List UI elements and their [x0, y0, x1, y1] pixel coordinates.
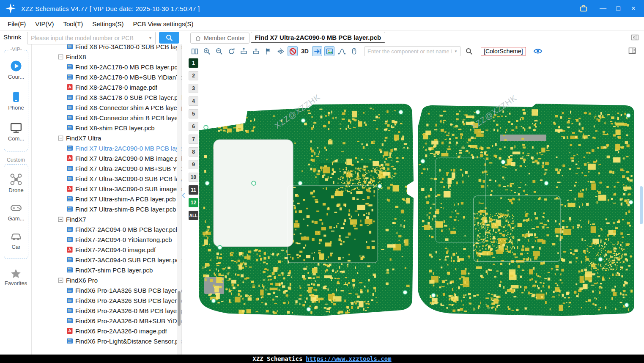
- tree-group-findx8[interactable]: FindX8: [32, 52, 181, 62]
- tree-scrollbar-thumb[interactable]: [178, 291, 181, 326]
- menu-item-file-f[interactable]: File(F): [8, 20, 26, 28]
- tree-item-find-x8-3ac178-0-sub-pcb-layer-pcb[interactable]: Find X8-3AC178-0 SUB PCB layer.pcb: [32, 92, 181, 102]
- tree-item-findx7-2ac094-0-mb-pcb-layer-pcb[interactable]: FindX7-2AC094-0 MB PCB layer.pcb: [32, 224, 181, 234]
- component-search-dropdown-caret[interactable]: ▼: [451, 50, 460, 53]
- sidebar-item-cour[interactable]: Cour...: [8, 60, 24, 80]
- tree-item-findx6-pro-1aa326-sub-pcb-layer-pcb[interactable]: FindX6 Pro-1AA326 SUB PCB layer.pcb: [32, 285, 181, 295]
- tree-item-findx6-pro-2aa326-0-mb-sub-yidiantong-pcb[interactable]: FindX6 Pro-2AA326-0 MB+SUB YiDianTong.pc…: [32, 316, 181, 326]
- page-layout-icon[interactable]: [189, 46, 200, 56]
- pan-arrow-icon[interactable]: [312, 46, 322, 56]
- collapse-panel-arrow-icon[interactable]: [182, 189, 187, 202]
- model-search-button[interactable]: [159, 32, 179, 44]
- curve-tool-icon[interactable]: [337, 46, 347, 56]
- menu-item-settings-s[interactable]: Settings(S): [92, 20, 123, 28]
- close-button[interactable]: ×: [629, 5, 638, 12]
- tree-item-find-x8-2ac178-0-mb-sub-yidiantong-pcb[interactable]: Find X8-2AC178-0 MB+SUB YiDianTong.pcb: [32, 72, 181, 82]
- sidebar-item-phone[interactable]: Phone: [8, 91, 24, 111]
- tree-item-findx6-pro-2aa326-0-image-pdf[interactable]: FindX6 Pro-2AA326-0 image.pdf: [32, 326, 181, 336]
- tree-item-find-x7-ultra-3ac090-0-sub-pcb-layer-pcb[interactable]: Find X7 Ultra-3AC090-0 SUB PCB layer.pcb: [32, 173, 181, 184]
- tree-item-find-x7-ultra-shim-b-pcb-layer-pcb[interactable]: Find X7 Ultra-shim-B PCB layer.pcb: [32, 204, 181, 214]
- tree-group-findx6-pro[interactable]: FindX6 Pro: [32, 275, 181, 285]
- tree-item-find-x7-ultra-2ac090-0-mb-image-pdf[interactable]: Find X7 Ultra-2AC090-0 MB image.pdf: [32, 153, 181, 163]
- status-link[interactable]: https://www.xzztools.com: [306, 355, 391, 362]
- pcb-file-icon: [66, 63, 73, 70]
- sidebar-item-com[interactable]: Com...: [8, 121, 24, 142]
- pcb-file-icon: [66, 74, 73, 80]
- model-search-input[interactable]: [27, 35, 145, 41]
- hide-net-icon: [289, 47, 297, 55]
- tree-group-findx7[interactable]: FindX7: [32, 214, 181, 224]
- layer-button-all[interactable]: ALL: [189, 211, 198, 220]
- window-controls: — □ ×: [579, 4, 638, 13]
- tree-item-findx6-pro-light-distance-sensor-pcb[interactable]: FindX6 Pro-Light&Distance Sensor.pcb: [32, 336, 181, 346]
- colorscheme-button[interactable]: [ColorScheme]: [481, 47, 526, 55]
- tree-item-find-x7-ultra-shim-a-pcb-layer-pcb[interactable]: Find X7 Ultra-shim-A PCB layer.pcb: [32, 194, 181, 204]
- model-search-dropdown-caret[interactable]: ▼: [145, 36, 155, 40]
- tree-group-findx7-ultra[interactable]: FindX7 Ultra: [32, 133, 181, 143]
- flip-horizontal-icon: [277, 47, 285, 55]
- layer-button-1[interactable]: 1: [189, 58, 198, 68]
- viewer-scrollbar[interactable]: [640, 186, 643, 224]
- tree-item-find-x7-ultra-2ac090-0-mb-sub-yidiantong-pcb[interactable]: Find X7 Ultra-2AC090-0 MB+SUB YiDianTong…: [32, 163, 181, 173]
- sidebar-item-drone[interactable]: Drone: [8, 173, 23, 193]
- layer-button-7[interactable]: 7: [189, 135, 198, 144]
- pcb-canvas[interactable]: XZZ@XZZHK XZZ@XZZHK: [182, 56, 644, 355]
- flip-horizontal-icon[interactable]: [275, 46, 285, 56]
- refresh-view-icon[interactable]: [226, 46, 236, 56]
- menu-item-pcb-view-settings-s[interactable]: PCB View settings(S): [133, 20, 193, 28]
- zoom-out-icon[interactable]: [214, 46, 224, 56]
- layer-button-4[interactable]: 4: [189, 96, 198, 106]
- visibility-eye-icon[interactable]: [533, 47, 543, 56]
- document-tab[interactable]: Find X7 Ultra-2AC090-0 MB PCB layer.pcb: [251, 32, 385, 43]
- component-search-input[interactable]: [365, 48, 451, 55]
- layer-button-3[interactable]: 3: [189, 84, 198, 93]
- sidebar-item-favorites[interactable]: Favorites: [0, 268, 32, 286]
- tree-item-findx7-2ac094-0-image-pdf[interactable]: FindX7-2AC094-0 image.pdf: [32, 245, 181, 255]
- tree-item-find-x7-ultra-3ac090-0-sub-image-pdf[interactable]: Find X7 Ultra-3AC090-0 SUB image.pdf: [32, 184, 181, 194]
- layer-button-11[interactable]: 11: [189, 185, 198, 195]
- close-panel-icon[interactable]: [631, 33, 639, 41]
- layer-panel-icon[interactable]: [628, 47, 636, 55]
- menu-item-tool-t[interactable]: Tool(T): [63, 20, 83, 28]
- maximize-button[interactable]: □: [614, 5, 623, 12]
- layer-button-5[interactable]: 5: [189, 109, 198, 118]
- vip-case-icon[interactable]: [579, 4, 588, 13]
- bottom-layer-box-icon[interactable]: [251, 46, 261, 56]
- layer-button-12[interactable]: 12: [189, 198, 198, 207]
- shrink-button[interactable]: Shrink: [3, 33, 22, 41]
- zoom-in-icon[interactable]: [202, 46, 212, 56]
- menu-item-vip-v[interactable]: VIP(V): [35, 20, 54, 28]
- layer-button-9[interactable]: 9: [189, 160, 198, 169]
- member-center-button[interactable]: Member Center: [190, 33, 249, 44]
- tree-item-findx7-2ac094-0-yidiantong-pcb[interactable]: FindX7-2AC094-0 YiDianTong.pcb: [32, 234, 181, 245]
- tree-item-find-x8-2ac178-0-mb-pcb-layer-pcb[interactable]: Find X8-2AC178-0 MB PCB layer.pcb: [32, 62, 181, 72]
- mouse-mode-icon[interactable]: [349, 46, 359, 56]
- search-icon[interactable]: [465, 47, 473, 55]
- tree-item-find-x8-connector-shim-a-pcb-layer-pcb[interactable]: Find X8-Connector shim A PCB layer.pcb: [32, 102, 181, 113]
- layer-button-10[interactable]: 10: [189, 173, 198, 182]
- tree-item-findx7-3ac094-0-sub-pcb-layer-pcb[interactable]: FindX7-3AC094-0 SUB PCB layer.pcb: [32, 255, 181, 265]
- layer-button-6[interactable]: 6: [189, 122, 198, 131]
- flag-measure-icon[interactable]: [263, 46, 273, 56]
- sidebar-item-gam[interactable]: Gam...: [8, 201, 24, 222]
- tree-scrollbar[interactable]: [177, 44, 181, 355]
- image-overlay-icon[interactable]: [324, 46, 334, 56]
- 3d-view-button[interactable]: 3D: [300, 46, 310, 56]
- layer-button-8[interactable]: 8: [189, 147, 198, 157]
- tree-item-find-x8-pro-3ac180-0-sub-pcb-layer-pcb[interactable]: Find X8 Pro-3AC180-0 SUB PCB layer.pcb: [32, 44, 181, 52]
- layer-button-2[interactable]: 2: [189, 71, 198, 80]
- tree-item-findx6-pro-2aa326-sub-pcb-layer-pcb[interactable]: FindX6 Pro-2AA326 SUB PCB layer.pcb: [32, 295, 181, 305]
- tree-item-find-x7-ultra-2ac090-0-mb-pcb-layer-pcb[interactable]: Find X7 Ultra-2AC090-0 MB PCB layer.pcb: [32, 143, 181, 153]
- tree-item-find-x8-2ac178-0-image-pdf[interactable]: Find X8-2AC178-0 image.pdf: [32, 82, 181, 92]
- hide-net-icon[interactable]: [288, 46, 298, 56]
- minimize-button[interactable]: —: [598, 5, 608, 12]
- sidebar-item-car[interactable]: Car: [10, 230, 22, 250]
- tree-item-find-x8-connector-shim-b-pcb-layer-pcb[interactable]: Find X8-Connector shim B PCB layer.pcb: [32, 113, 181, 123]
- pcb-file-icon: [66, 267, 73, 273]
- tree-item-findx6-pro-2aa326-0-mb-pcb-layer-pcb[interactable]: FindX6 Pro-2AA326-0 MB PCB layer.pcb: [32, 305, 181, 316]
- top-layer-box-icon[interactable]: [238, 46, 249, 56]
- favorites-label: Favorites: [5, 280, 27, 286]
- refresh-view-icon: [227, 47, 236, 55]
- tree-item-findx7-shim-pcb-layer-pcb[interactable]: FindX7-shim PCB layer.pcb: [32, 265, 181, 275]
- tree-item-find-x8-shim-pcb-layer-pcb[interactable]: Find X8-shim PCB layer.pcb: [32, 123, 181, 133]
